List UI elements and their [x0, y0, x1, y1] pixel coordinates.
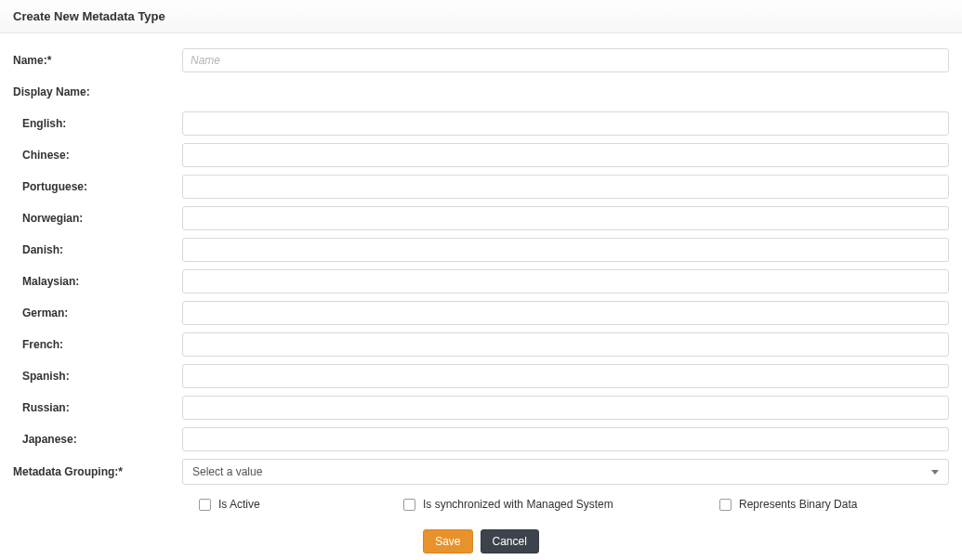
page-title: Create New Metadata Type — [0, 0, 962, 33]
language-rows: English:Chinese:Portuguese:Norwegian:Dan… — [13, 111, 949, 451]
language-input[interactable] — [182, 175, 949, 199]
row-displayname-heading: Display Name: — [13, 82, 949, 102]
language-input[interactable] — [182, 269, 949, 293]
page-wrapper: Create New Metadata Type Name:* Display … — [0, 0, 962, 560]
row-language: Danish: — [13, 238, 949, 262]
checkbox-binary[interactable]: Represents Binary Data — [719, 498, 857, 511]
language-input-col — [182, 143, 949, 167]
grouping-label: Metadata Grouping:* — [13, 465, 182, 478]
language-input[interactable] — [182, 427, 949, 451]
language-label: Chinese: — [13, 149, 182, 162]
language-input[interactable] — [182, 206, 949, 230]
language-input-col — [182, 175, 949, 199]
language-input[interactable] — [182, 143, 949, 167]
name-input[interactable] — [182, 48, 949, 72]
language-label: English: — [13, 117, 182, 130]
checkbox-synced[interactable]: Is synchronized with Managed System — [403, 498, 719, 511]
language-label: Japanese: — [13, 433, 182, 446]
row-language: Malaysian: — [13, 269, 949, 293]
language-input-col — [182, 238, 949, 262]
row-language: Russian: — [13, 396, 949, 420]
row-language: English: — [13, 111, 949, 136]
language-input-col — [182, 206, 949, 230]
language-input[interactable] — [182, 332, 949, 357]
language-input[interactable] — [182, 238, 949, 262]
language-input[interactable] — [182, 396, 949, 420]
displayname-label: Display Name: — [13, 82, 182, 102]
row-grouping: Metadata Grouping:* Select a value — [13, 459, 949, 485]
language-label: Spanish: — [13, 370, 182, 383]
row-language: German: — [13, 301, 949, 325]
grouping-select[interactable]: Select a value — [182, 459, 949, 485]
language-label: Danish: — [13, 243, 182, 256]
grouping-input-col: Select a value — [182, 459, 949, 485]
language-label: Malaysian: — [13, 275, 182, 288]
language-input[interactable] — [182, 364, 949, 388]
grouping-select-display: Select a value — [182, 459, 949, 485]
cancel-button[interactable]: Cancel — [481, 529, 539, 553]
language-input-col — [182, 332, 949, 357]
save-button[interactable]: Save — [423, 529, 472, 553]
language-label: German: — [13, 306, 182, 319]
language-label: Norwegian: — [13, 212, 182, 225]
actions-row: Save Cancel — [13, 529, 949, 553]
checkbox-is-active[interactable]: Is Active — [199, 498, 403, 511]
checkbox-icon — [403, 499, 415, 511]
language-label: Portuguese: — [13, 180, 182, 193]
row-language: Spanish: — [13, 364, 949, 388]
form-body: Name:* Display Name: English:Chinese:Por… — [0, 33, 962, 560]
name-label: Name:* — [13, 54, 182, 67]
name-input-col — [182, 48, 949, 72]
row-name: Name:* — [13, 48, 949, 72]
checkboxes-row: Is Active Is synchronized with Managed S… — [199, 498, 949, 511]
language-input-col — [182, 364, 949, 388]
checkbox-is-active-label: Is Active — [218, 498, 260, 511]
language-input[interactable] — [182, 301, 949, 325]
row-language: Japanese: — [13, 427, 949, 451]
language-label: French: — [13, 338, 182, 351]
language-input-col — [182, 396, 949, 420]
checkbox-synced-label: Is synchronized with Managed System — [423, 498, 613, 511]
language-input-col — [182, 111, 949, 136]
row-language: Chinese: — [13, 143, 949, 167]
language-input-col — [182, 269, 949, 293]
language-input-col — [182, 301, 949, 325]
language-input-col — [182, 427, 949, 451]
language-label: Russian: — [13, 401, 182, 414]
row-language: Portuguese: — [13, 175, 949, 199]
row-language: French: — [13, 332, 949, 357]
language-input[interactable] — [182, 111, 949, 136]
checkbox-icon — [199, 499, 211, 511]
checkbox-binary-label: Represents Binary Data — [739, 498, 857, 511]
checkbox-icon — [719, 499, 731, 511]
row-language: Norwegian: — [13, 206, 949, 230]
